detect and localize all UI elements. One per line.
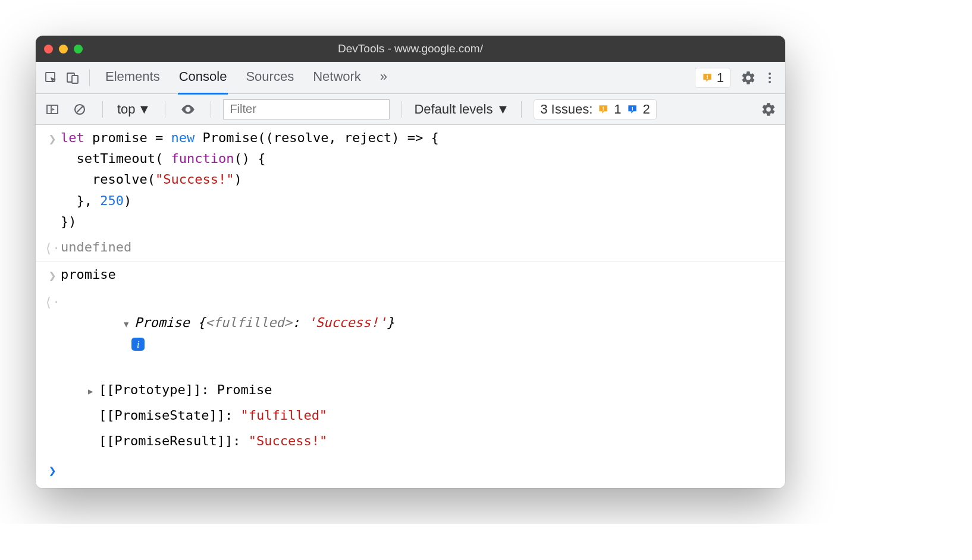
separator	[521, 101, 522, 118]
devtools-window: DevTools - www.google.com/ Elements Cons…	[36, 36, 785, 488]
traffic-lights	[44, 45, 83, 54]
levels-label: Default levels	[414, 102, 493, 117]
state-label: <fulfilled>	[205, 315, 292, 330]
property-line: [[PromiseResult]]: "Success!"	[61, 430, 327, 451]
warning-icon	[701, 72, 713, 84]
maximize-window-button[interactable]	[74, 45, 83, 54]
separator	[102, 101, 103, 118]
info-badge-icon[interactable]: i	[131, 338, 145, 351]
object-properties: ▶[[Prototype]]: Promise[[PromiseState]]:…	[36, 377, 785, 454]
separator	[211, 101, 211, 118]
header-warning-badge[interactable]: 1	[695, 68, 730, 88]
separator	[165, 101, 165, 118]
console-prompt-row[interactable]: ❯	[36, 454, 785, 488]
settings-gear-icon[interactable]	[738, 67, 759, 89]
issues-info-count: 2	[643, 102, 650, 117]
object-property-row[interactable]: [[PromiseState]]: "fulfilled"	[36, 402, 785, 428]
console-output-row: ⟨· ▼Promise {<fulfilled>: 'Success!'} i	[36, 288, 785, 377]
window-title: DevTools - www.google.com/	[36, 42, 785, 55]
separator	[402, 101, 402, 118]
svg-point-7	[769, 81, 771, 83]
input-prompt-icon: ❯	[44, 127, 61, 149]
titlebar[interactable]: DevTools - www.google.com/	[36, 36, 785, 62]
info-icon	[626, 103, 638, 115]
tab-console[interactable]: Console	[178, 61, 228, 95]
expand-arrow-icon[interactable]: ▶	[88, 385, 99, 398]
issues-badge[interactable]: 3 Issues: 1 2	[534, 99, 657, 119]
minimize-window-button[interactable]	[59, 45, 68, 54]
svg-rect-10	[603, 106, 604, 109]
property-line: [[PromiseState]]: "fulfilled"	[61, 405, 327, 426]
warning-count: 1	[717, 70, 724, 86]
svg-rect-3	[707, 75, 708, 77]
issues-label: 3 Issues:	[540, 102, 592, 117]
context-selector[interactable]: top ▼	[115, 102, 153, 117]
chevron-down-icon: ▼	[496, 102, 509, 117]
state-value: 'Success!'	[308, 315, 386, 330]
more-menu-icon[interactable]	[759, 67, 780, 89]
console-input-row: ❯ promise	[36, 262, 785, 288]
console-content[interactable]: ❯ let promise = new Promise((resolve, re…	[36, 125, 785, 488]
property-line: ▶[[Prototype]]: Promise	[61, 379, 272, 400]
context-label: top	[117, 102, 136, 117]
console-toolbar: top ▼ Default levels ▼ 3 Issues: 1 2	[36, 94, 785, 125]
output-undefined: undefined	[61, 237, 131, 257]
console-settings-gear-icon[interactable]	[758, 99, 779, 120]
filter-input[interactable]	[223, 99, 390, 119]
toggle-sidebar-icon[interactable]	[42, 99, 63, 120]
tab-overflow[interactable]: »	[379, 61, 388, 95]
object-property-row[interactable]: ▶[[Prototype]]: Promise	[36, 377, 785, 402]
output-arrow-icon: ⟨·	[44, 237, 61, 259]
code-input: promise	[61, 264, 116, 285]
device-toggle-icon[interactable]	[62, 67, 83, 89]
input-prompt-icon: ❯	[44, 264, 61, 286]
svg-rect-4	[707, 78, 708, 79]
live-expression-eye-icon[interactable]	[177, 99, 199, 120]
console-input-row: ❯ let promise = new Promise((resolve, re…	[36, 125, 785, 234]
issues-warn-count: 1	[614, 102, 621, 117]
tab-network[interactable]: Network	[312, 61, 362, 95]
clear-console-icon[interactable]	[69, 99, 90, 120]
output-arrow-icon: ⟨·	[44, 291, 61, 313]
main-tabbar: Elements Console Sources Network » 1	[36, 62, 785, 94]
tab-sources[interactable]: Sources	[244, 61, 295, 95]
code-input: let promise = new Promise((resolve, reje…	[61, 127, 439, 232]
console-output-row: ⟨· undefined	[36, 234, 785, 262]
prompt-icon: ❯	[44, 459, 61, 481]
close-window-button[interactable]	[44, 45, 53, 54]
collapse-arrow-icon[interactable]: ▼	[124, 317, 134, 331]
svg-rect-11	[603, 109, 604, 111]
chevron-down-icon: ▼	[138, 102, 151, 117]
warning-icon	[597, 103, 609, 115]
svg-point-6	[769, 77, 771, 79]
ctor-name: Promise	[134, 315, 190, 330]
object-property-row[interactable]: [[PromiseResult]]: "Success!"	[36, 428, 785, 454]
svg-rect-12	[632, 106, 633, 110]
panel-tabs: Elements Console Sources Network »	[104, 61, 388, 95]
tab-elements[interactable]: Elements	[104, 61, 161, 95]
inspect-element-icon[interactable]	[40, 67, 62, 89]
log-levels-select[interactable]: Default levels ▼	[414, 102, 509, 117]
svg-rect-2	[72, 75, 78, 83]
separator	[89, 70, 90, 86]
svg-point-5	[769, 73, 771, 75]
object-summary[interactable]: ▼Promise {<fulfilled>: 'Success!'} i	[61, 291, 394, 375]
